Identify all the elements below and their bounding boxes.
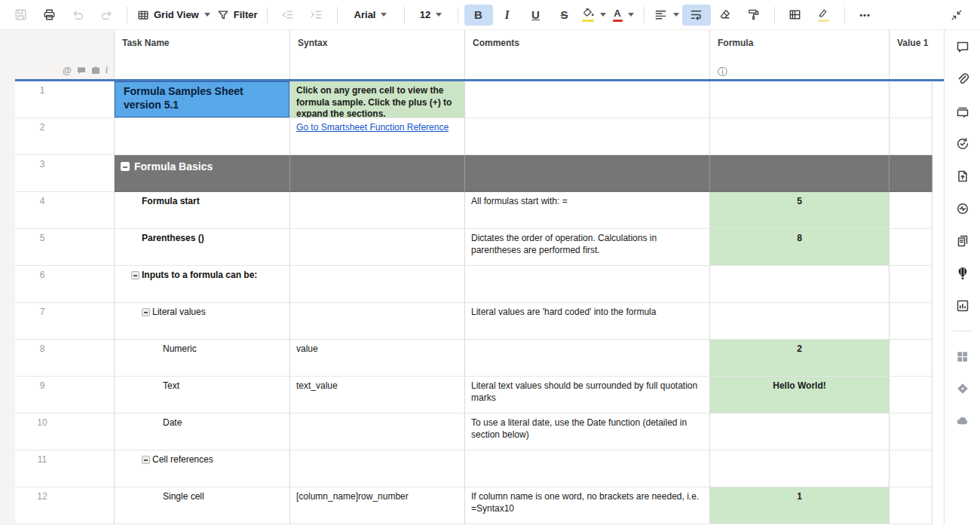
comments-cell[interactable] (465, 450, 710, 487)
column-info-icon[interactable]: ⓘ (718, 67, 727, 77)
underline-button[interactable]: U (522, 5, 550, 26)
formula-cell[interactable]: 2 (710, 340, 890, 377)
info-icon[interactable]: i (106, 65, 108, 76)
syntax-cell[interactable]: text_value (290, 377, 465, 414)
section-title-cell[interactable]: Formula Basics (115, 155, 290, 192)
more-options-button[interactable]: ••• (851, 5, 880, 26)
collapse-icon[interactable] (121, 162, 130, 171)
formula-cell[interactable]: 5 (710, 192, 890, 229)
font-family-selector[interactable]: Arial (344, 5, 398, 26)
comments-cell[interactable]: Literal values are 'hard coded' into the… (465, 303, 710, 340)
proofs-button[interactable] (954, 103, 971, 120)
syntax-cell[interactable]: value (290, 340, 465, 377)
whats-new-button[interactable] (954, 265, 971, 282)
task-name-cell[interactable]: Formula Samples Sheet version 5.1 (115, 81, 290, 118)
redo-button[interactable] (92, 5, 121, 26)
row-number[interactable]: 4 (15, 192, 115, 229)
syntax-cell[interactable]: Go to Smartsheet Function Reference (290, 118, 465, 155)
value1-cell[interactable] (890, 118, 933, 155)
formula-cell[interactable] (710, 81, 890, 118)
task-name-cell[interactable]: Single cell (115, 487, 290, 524)
syntax-cell[interactable] (290, 303, 465, 340)
activity-log-button[interactable] (954, 200, 971, 217)
section-cell[interactable] (890, 155, 933, 192)
value1-cell[interactable] (890, 192, 933, 229)
task-name-cell[interactable]: Numeric (115, 340, 290, 377)
briefcase-icon[interactable] (91, 66, 100, 75)
at-mention-icon[interactable]: @ (63, 66, 72, 76)
formula-cell[interactable] (710, 266, 890, 303)
collapse-toolbar-button[interactable] (942, 5, 971, 26)
syntax-cell[interactable] (290, 192, 465, 229)
comments-cell[interactable] (465, 340, 710, 377)
comments-cell[interactable] (465, 266, 710, 303)
text-color-button[interactable]: A (609, 5, 638, 26)
print-button[interactable] (35, 5, 63, 26)
column-header-comments[interactable]: Comments (465, 30, 710, 81)
column-header-value1[interactable]: Value 1 (890, 30, 933, 81)
section-cell[interactable] (465, 155, 710, 192)
row-number[interactable]: 3 (15, 155, 115, 192)
comments-cell[interactable] (465, 118, 710, 155)
comments-cell[interactable]: If column name is one word, no brackets … (465, 487, 710, 524)
row-number[interactable]: 6 (15, 266, 115, 303)
attachments-button[interactable] (954, 71, 971, 87)
view-selector[interactable]: Grid View (133, 5, 213, 26)
value1-cell[interactable] (890, 303, 933, 340)
syntax-cell[interactable]: [column_name]row_number (290, 487, 465, 524)
borders-button[interactable] (781, 5, 810, 26)
row-number[interactable]: 7 (15, 303, 115, 340)
task-name-cell[interactable]: Formula start (115, 192, 290, 229)
row-number[interactable]: 12 (15, 487, 115, 524)
premium-button[interactable] (954, 380, 971, 397)
formula-cell[interactable]: Hello World! (710, 377, 890, 414)
smartsheet-function-reference-link[interactable]: Go to Smartsheet Function Reference (296, 122, 449, 133)
comments-cell[interactable]: Dictates the order of operation. Calcula… (465, 229, 710, 266)
filter-button[interactable]: Filter (213, 5, 261, 26)
integrations-button[interactable] (954, 413, 971, 429)
row-number[interactable]: 10 (15, 414, 115, 450)
undo-button[interactable] (63, 5, 92, 26)
save-button[interactable] (6, 5, 35, 26)
charts-button[interactable] (954, 298, 971, 314)
syntax-cell[interactable] (290, 414, 465, 450)
syntax-cell[interactable]: Click on any green cell to view the form… (290, 81, 465, 118)
wrap-text-button[interactable] (682, 5, 711, 26)
bold-button[interactable]: B (464, 5, 493, 26)
formula-cell[interactable] (710, 303, 890, 340)
formula-cell[interactable]: 1 (710, 487, 890, 524)
task-name-cell[interactable]: Inputs to a formula can be: (115, 266, 290, 303)
syntax-cell[interactable] (290, 229, 465, 266)
task-name-cell[interactable]: Date (115, 414, 290, 450)
column-header-task-name[interactable]: Task Name (115, 30, 290, 81)
format-painter-button[interactable] (740, 5, 768, 26)
row-number[interactable]: 11 (15, 450, 115, 487)
value1-cell[interactable] (890, 450, 933, 487)
formula-cell[interactable] (710, 414, 890, 450)
publish-button[interactable] (954, 168, 971, 185)
row-number[interactable]: 8 (15, 340, 115, 377)
value1-cell[interactable] (890, 229, 933, 266)
collapse-icon[interactable] (142, 308, 150, 316)
task-name-cell[interactable]: Parentheses () (115, 229, 290, 266)
indent-button[interactable] (302, 5, 331, 26)
clear-format-button[interactable] (711, 5, 740, 26)
row-number[interactable]: 9 (15, 377, 115, 414)
collapse-icon[interactable] (131, 271, 139, 279)
comments-cell[interactable]: Literal text values should be surrounded… (465, 377, 710, 414)
row-number[interactable]: 2 (15, 118, 115, 155)
value1-cell[interactable] (890, 414, 933, 450)
formula-cell[interactable] (710, 118, 890, 155)
highlight-button[interactable] (810, 5, 838, 26)
collapse-icon[interactable] (142, 456, 150, 464)
task-name-cell[interactable]: Text (115, 377, 290, 414)
value1-cell[interactable] (890, 377, 933, 414)
task-name-cell[interactable] (115, 118, 290, 155)
update-requests-button[interactable] (954, 136, 971, 152)
syntax-cell[interactable] (290, 450, 465, 487)
conversations-button[interactable] (954, 38, 971, 55)
align-button[interactable] (651, 5, 682, 26)
syntax-cell[interactable] (290, 266, 465, 303)
column-header-formula[interactable]: Formula ⓘ (710, 30, 890, 81)
comments-cell[interactable]: To use a literal date, use the Date func… (465, 414, 710, 450)
